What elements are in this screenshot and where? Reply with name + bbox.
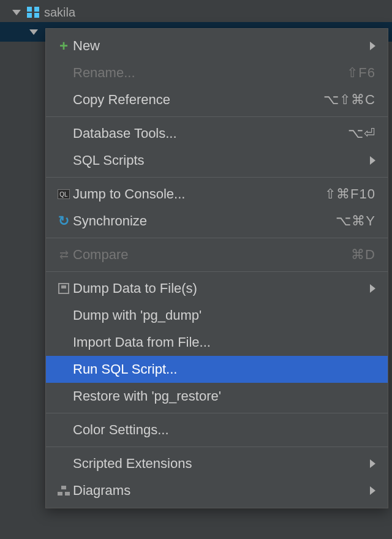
menu-item-label: Jump to Console... (73, 186, 325, 202)
menu-item-synchronize[interactable]: ↻Synchronize⌥⌘Y (46, 208, 388, 235)
menu-item-label: Diagrams (73, 483, 365, 499)
menu-item-shortcut: ⌥⏎ (348, 126, 375, 141)
menu-item-diagrams[interactable]: Diagrams (46, 477, 388, 504)
tree-root-label: sakila (44, 6, 75, 20)
menu-item-label: Synchronize (73, 213, 336, 229)
menu-item-label: Import Data from File... (73, 334, 375, 350)
menu-item-jump-console[interactable]: QLJump to Console...⇧⌘F10 (46, 181, 388, 208)
menu-item-rename: Rename...⇧F6 (46, 59, 388, 86)
menu-item-shortcut: ⌥⇧⌘C (323, 92, 375, 108)
menu-item-label: Copy Reference (73, 92, 323, 108)
chevron-down-icon (12, 10, 21, 15)
menu-item-label: Compare (73, 247, 351, 263)
save-icon (55, 283, 73, 294)
plus-icon: + (55, 39, 73, 53)
menu-item-label: New (73, 38, 365, 54)
menu-item-color-settings[interactable]: Color Settings... (46, 417, 388, 443)
menu-item-label: Rename... (73, 65, 347, 81)
menu-item-new[interactable]: +New (46, 32, 388, 59)
menu-item-copy-ref[interactable]: Copy Reference⌥⇧⌘C (46, 86, 388, 113)
menu-item-label: Database Tools... (73, 126, 348, 141)
menu-item-label: Dump Data to File(s) (73, 281, 365, 296)
chevron-right-icon (370, 156, 375, 165)
menu-item-label: Dump with 'pg_dump' (73, 307, 375, 323)
menu-item-label: Restore with 'pg_restore' (73, 388, 375, 404)
database-icon (27, 7, 39, 18)
chevron-right-icon (370, 284, 375, 293)
diagram-icon (55, 486, 73, 496)
chevron-right-icon (370, 42, 375, 50)
menu-item-import-file[interactable]: Import Data from File... (46, 329, 388, 356)
menu-separator (46, 447, 388, 447)
menu-item-label: Scripted Extensions (73, 456, 365, 472)
menu-item-label: Color Settings... (73, 422, 375, 438)
console-icon: QL (55, 189, 73, 199)
menu-item-dump-pg[interactable]: Dump with 'pg_dump' (46, 302, 388, 329)
menu-item-scripted-ext[interactable]: Scripted Extensions (46, 450, 388, 477)
chevron-down-icon (29, 29, 38, 35)
menu-item-db-tools[interactable]: Database Tools...⌥⏎ (46, 120, 388, 147)
menu-item-shortcut: ⇧⌘F10 (325, 186, 375, 202)
compare-icon: ⇄ (55, 248, 73, 262)
menu-item-run-sql[interactable]: Run SQL Script... (46, 356, 388, 383)
menu-item-sql-scripts[interactable]: SQL Scripts (46, 147, 388, 174)
menu-item-label: SQL Scripts (73, 153, 365, 168)
menu-item-restore-pg[interactable]: Restore with 'pg_restore' (46, 383, 388, 410)
menu-item-shortcut: ⌘D (351, 247, 375, 263)
chevron-right-icon (370, 486, 375, 495)
menu-separator (46, 238, 388, 238)
menu-separator (46, 116, 388, 117)
menu-item-dump-files[interactable]: Dump Data to File(s) (46, 275, 388, 302)
menu-item-compare: ⇄Compare⌘D (46, 241, 388, 268)
menu-item-label: Run SQL Script... (73, 361, 375, 377)
menu-item-shortcut: ⌥⌘Y (336, 213, 375, 229)
menu-item-shortcut: ⇧F6 (347, 65, 375, 81)
context-menu: +NewRename...⇧F6Copy Reference⌥⇧⌘CDataba… (45, 28, 388, 508)
sync-icon: ↻ (55, 213, 73, 229)
menu-separator (46, 177, 388, 178)
menu-separator (46, 413, 388, 413)
chevron-right-icon (370, 459, 375, 468)
tree-row-root[interactable]: sakila (0, 2, 392, 22)
menu-separator (46, 271, 388, 272)
